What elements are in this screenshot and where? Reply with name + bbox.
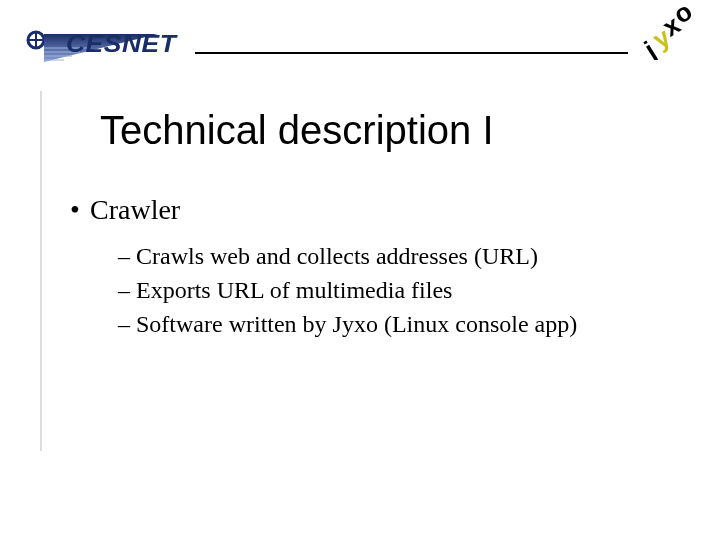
- header-divider: [195, 52, 628, 54]
- bullet-level2: –Software written by Jyxo (Linux console…: [118, 309, 650, 339]
- bullet-level1-text: Crawler: [90, 194, 180, 225]
- slide: CESNET j y x o Technical description I •…: [0, 0, 720, 540]
- jyxo-logo: j y x o: [634, 4, 704, 60]
- cesnet-logo-text: CESNET: [66, 30, 176, 58]
- dash-icon: –: [118, 241, 136, 271]
- body-divider: [40, 91, 42, 451]
- dash-icon: –: [118, 309, 136, 339]
- bullet-level2-text: Exports URL of multimedia files: [136, 277, 452, 303]
- bullet-dot-icon: •: [70, 192, 90, 227]
- bullet-level2: –Crawls web and collects addresses (URL): [118, 241, 650, 271]
- bullet-level2: –Exports URL of multimedia files: [118, 275, 650, 305]
- bullet-level1: •Crawler: [70, 192, 650, 227]
- bullet-level2-text: Crawls web and collects addresses (URL): [136, 243, 538, 269]
- slide-content: •Crawler –Crawls web and collects addres…: [70, 192, 650, 343]
- dash-icon: –: [118, 275, 136, 305]
- jyxo-logo-icon: j y x o: [634, 4, 704, 60]
- slide-title: Technical description I: [100, 108, 494, 153]
- bullet-level2-text: Software written by Jyxo (Linux console …: [136, 311, 577, 337]
- cesnet-logo: CESNET: [18, 18, 178, 64]
